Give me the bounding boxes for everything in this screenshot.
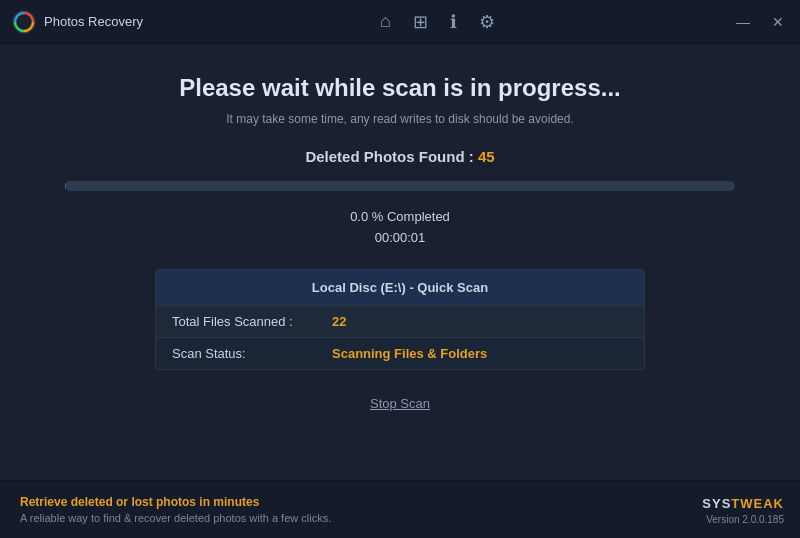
footer-left: Retrieve deleted or lost photos in minut… [20, 495, 331, 524]
brand-tweak: TWEAK [731, 496, 784, 511]
found-label-text: Deleted Photos Found : [305, 148, 473, 165]
scan-status-label: Scan Status: [172, 346, 332, 361]
title-bar-left: Photos Recovery [12, 10, 143, 34]
footer: Retrieve deleted or lost photos in minut… [0, 480, 800, 538]
table-row: Scan Status: Scanning Files & Folders [156, 337, 644, 369]
total-files-label: Total Files Scanned : [172, 314, 332, 329]
info-icon[interactable]: ℹ [450, 11, 457, 33]
footer-description: A reliable way to find & recover deleted… [20, 512, 331, 524]
home-icon[interactable]: ⌂ [380, 11, 391, 32]
found-photos-label: Deleted Photos Found : 45 [305, 148, 494, 165]
main-content: Please wait while scan is in progress...… [0, 44, 800, 435]
scan-table-header: Local Disc (E:\) - Quick Scan [156, 270, 644, 305]
scan-title: Please wait while scan is in progress... [179, 74, 621, 102]
found-count: 45 [478, 148, 495, 165]
title-bar-icons: ⌂ ⊞ ℹ ⚙ [380, 11, 495, 33]
brand-name: SYSTWEAK [702, 494, 784, 512]
svg-point-0 [13, 11, 35, 33]
scan-status-value: Scanning Files & Folders [332, 346, 487, 361]
window-controls: — ✕ [732, 12, 788, 32]
app-title: Photos Recovery [44, 14, 143, 29]
brand-sys: SYS [702, 496, 731, 511]
footer-brand: SYSTWEAK Version 2.0.0.185 [702, 494, 784, 525]
stop-scan-button[interactable]: Stop Scan [362, 392, 438, 415]
progress-bar-fill [65, 181, 66, 191]
brand-version: Version 2.0.0.185 [702, 514, 784, 525]
settings-icon[interactable]: ⚙ [479, 11, 495, 33]
progress-container [65, 181, 735, 191]
total-files-value: 22 [332, 314, 346, 329]
minimize-button[interactable]: — [732, 12, 754, 32]
scan-icon[interactable]: ⊞ [413, 11, 428, 33]
title-bar: Photos Recovery ⌂ ⊞ ℹ ⚙ — ✕ [0, 0, 800, 44]
progress-time: 00:00:01 [375, 230, 426, 245]
app-logo-icon [12, 10, 36, 34]
scan-subtitle: It may take some time, any read writes t… [226, 112, 574, 126]
progress-bar-background [65, 181, 735, 191]
table-row: Total Files Scanned : 22 [156, 305, 644, 337]
close-button[interactable]: ✕ [768, 12, 788, 32]
progress-percent: 0.0 % Completed [350, 209, 450, 224]
footer-tagline: Retrieve deleted or lost photos in minut… [20, 495, 331, 509]
scan-info-table: Local Disc (E:\) - Quick Scan Total File… [155, 269, 645, 370]
